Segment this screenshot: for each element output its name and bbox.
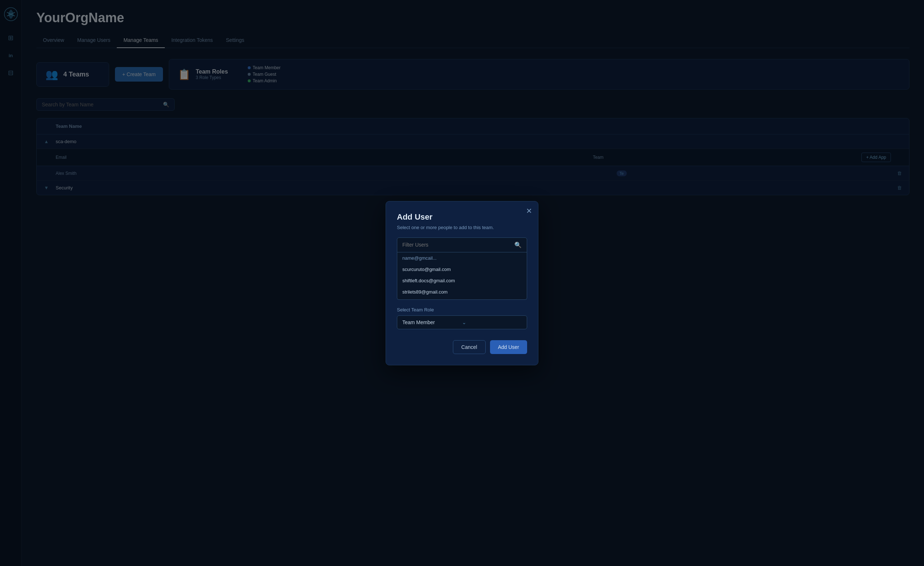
dropdown-item[interactable]: strilets89@gmail.com bbox=[397, 286, 527, 298]
modal-close-button[interactable]: ✕ bbox=[526, 207, 532, 215]
add-user-modal: ✕ Add User Select one or more people to … bbox=[386, 201, 538, 365]
role-select-value: Team Member bbox=[402, 319, 462, 325]
dropdown-item[interactable]: shiftleft.docs@gmail.com bbox=[397, 275, 527, 286]
modal-title: Add User bbox=[397, 212, 527, 222]
filter-users-wrap: 🔍 bbox=[397, 238, 527, 252]
dropdown-item[interactable]: v.s.shkodin@gmail.com bbox=[397, 298, 527, 300]
filter-users-input[interactable] bbox=[402, 242, 514, 248]
modal-subtitle: Select one or more people to add to this… bbox=[397, 225, 527, 230]
dropdown-item[interactable]: name@gmcail... bbox=[397, 252, 527, 264]
chevron-down-icon: ⌄ bbox=[462, 319, 522, 325]
role-select-dropdown[interactable]: Team Member ⌄ bbox=[397, 315, 527, 329]
dropdown-item[interactable]: scurcuruto@gmail.com bbox=[397, 264, 527, 275]
filter-search-icon: 🔍 bbox=[514, 241, 522, 248]
add-user-button[interactable]: Add User bbox=[490, 340, 527, 354]
modal-overlay: ✕ Add User Select one or more people to … bbox=[0, 0, 924, 566]
role-select-label: Select Team Role bbox=[397, 307, 527, 313]
modal-actions: Cancel Add User bbox=[397, 340, 527, 354]
users-dropdown-list[interactable]: name@gmcail... scurcuruto@gmail.com shif… bbox=[397, 252, 527, 300]
cancel-button[interactable]: Cancel bbox=[453, 340, 486, 354]
